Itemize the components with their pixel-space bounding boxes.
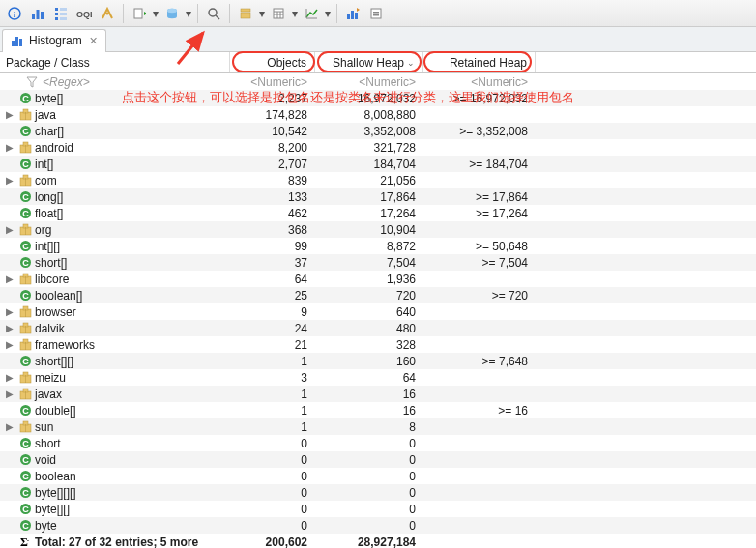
table-row[interactable]: ▶dalvik24480 (0, 320, 756, 336)
table-row[interactable]: ▶com83921,056 (0, 172, 756, 188)
tab-histogram[interactable]: Histogram ✕ (2, 29, 106, 52)
row-objects: 462 (230, 207, 315, 220)
info-icon[interactable]: i (4, 3, 25, 24)
svg-rect-9 (60, 13, 67, 15)
table-row[interactable]: ▶android8,200321,728 (0, 139, 756, 156)
groupby-icon[interactable] (235, 3, 256, 24)
table-row[interactable]: ▶org36810,904 (0, 221, 756, 238)
row-objects: 3 (230, 371, 315, 385)
table-body: Cbyte[]2,23716,972,032>= 16,972,032▶java… (0, 90, 756, 548)
oql-icon[interactable]: OQL (73, 3, 95, 24)
search-icon[interactable] (203, 3, 224, 24)
table-row[interactable]: Cbyte[]2,23716,972,032>= 16,972,032 (0, 90, 756, 106)
class-icon: C (18, 256, 32, 270)
expander-icon[interactable]: ▶ (4, 306, 15, 317)
calc-icon[interactable] (268, 3, 289, 24)
expander-icon[interactable]: ▶ (4, 323, 15, 333)
expander-icon[interactable]: ▶ (4, 339, 15, 350)
table-row[interactable]: Cchar[]10,5423,352,008>= 3,352,008 (0, 123, 756, 139)
svg-text:C: C (22, 357, 29, 366)
table-row[interactable]: Cshort[]377,504>= 7,504 (0, 254, 756, 271)
close-icon[interactable]: ✕ (89, 35, 98, 47)
row-shallow: 17,864 (315, 190, 423, 204)
expander-icon[interactable]: ▶ (4, 109, 15, 120)
table-row[interactable]: Cdouble[]116>= 16 (0, 402, 756, 418)
main-toolbar: i OQL ▾ ▾ ▾ ▾ ▾ (0, 0, 756, 27)
class-icon: C (18, 437, 32, 450)
expander-icon[interactable]: ▶ (4, 224, 15, 235)
run-dropdown[interactable]: ▾ (152, 7, 160, 20)
svg-rect-34 (373, 14, 379, 16)
svg-rect-7 (55, 17, 58, 20)
row-shallow: 184,704 (315, 158, 423, 171)
table-row[interactable]: Cint[][]998,872>= 50,648 (0, 238, 756, 254)
row-objects: 368 (230, 223, 315, 237)
table-row[interactable]: Cboolean[]25720>= 720 (0, 287, 756, 303)
threads-icon[interactable] (97, 3, 118, 24)
compare-icon[interactable] (365, 3, 387, 24)
total-row[interactable]: Σ.Total: 27 of 32 entries; 5 more200,602… (0, 534, 756, 548)
row-objects: 10,542 (230, 125, 315, 138)
query-dropdown[interactable]: ▾ (185, 7, 192, 20)
table-row[interactable]: ▶sun18 (0, 418, 756, 435)
table-row[interactable]: ▶meizu364 (0, 369, 756, 386)
regex-input[interactable]: <Regex> (43, 75, 90, 89)
col-shallow-heap[interactable]: Shallow Heap⌄ (315, 52, 423, 72)
table-header: Package / Class Objects Shallow Heap⌄ Re… (0, 52, 756, 73)
query-icon[interactable] (161, 3, 183, 24)
table-row[interactable]: ▶browser9640 (0, 303, 756, 320)
row-objects: 1 (230, 404, 315, 418)
filter-retained[interactable]: <Numeric> (423, 75, 536, 89)
chart-icon[interactable] (301, 3, 322, 24)
row-name: android (35, 141, 73, 155)
table-row[interactable]: Cbyte00 (0, 517, 756, 534)
chart-dropdown[interactable]: ▾ (324, 7, 332, 20)
table-row[interactable]: Cint[]2,707184,704>= 184,704 (0, 156, 756, 172)
filter-shallow[interactable]: <Numeric> (315, 75, 423, 89)
export-icon[interactable] (342, 3, 363, 24)
table-row[interactable]: ▶frameworks21328 (0, 336, 756, 353)
row-retained: >= 184,704 (423, 158, 536, 171)
table-row[interactable]: Clong[]13317,864>= 17,864 (0, 188, 756, 205)
calc-dropdown[interactable]: ▾ (291, 7, 299, 20)
row-retained: >= 720 (423, 289, 536, 303)
table-row[interactable]: Cbyte[][]00 (0, 501, 756, 517)
svg-rect-6 (55, 13, 58, 15)
expander-icon[interactable]: ▶ (4, 274, 15, 284)
filter-objects[interactable]: <Numeric> (230, 75, 315, 89)
class-icon: C (18, 404, 32, 418)
tree-icon[interactable] (50, 3, 72, 24)
package-icon (18, 420, 32, 434)
col-retained-heap[interactable]: Retained Heap (423, 52, 536, 72)
svg-marker-14 (144, 12, 146, 15)
table-row[interactable]: Cbyte[][][]00 (0, 484, 756, 501)
table-row[interactable]: Cfloat[]46217,264>= 17,264 (0, 205, 756, 221)
table-row[interactable]: ▶libcore641,936 (0, 271, 756, 287)
expander-icon[interactable]: ▶ (4, 372, 15, 383)
table-row[interactable]: ▶javax116 (0, 386, 756, 402)
svg-rect-28 (347, 14, 350, 19)
table-row[interactable]: Cboolean00 (0, 468, 756, 484)
expander-icon[interactable]: ▶ (4, 175, 15, 186)
table-row[interactable]: Cshort00 (0, 435, 756, 451)
row-name: org (35, 223, 51, 237)
groupby-dropdown[interactable]: ▾ (258, 7, 266, 20)
expander-icon[interactable]: ▶ (4, 421, 15, 432)
row-objects: 99 (230, 240, 315, 253)
row-name: java (35, 108, 56, 122)
expander-icon[interactable]: ▶ (4, 142, 15, 153)
row-shallow: 0 (315, 503, 423, 516)
table-row[interactable]: ▶java174,8288,008,880 (0, 106, 756, 123)
svg-rect-4 (41, 12, 44, 19)
col-objects[interactable]: Objects (230, 52, 315, 72)
table-row[interactable]: Cvoid00 (0, 451, 756, 468)
package-icon (18, 273, 32, 286)
run-icon[interactable] (129, 3, 150, 24)
histogram-icon[interactable] (27, 3, 48, 24)
col-package-class[interactable]: Package / Class (0, 52, 230, 72)
row-objects: 0 (230, 437, 315, 450)
svg-text:C: C (22, 192, 29, 202)
expander-icon[interactable]: ▶ (4, 389, 15, 399)
svg-text:C: C (22, 258, 29, 268)
table-row[interactable]: Cshort[][]1160>= 7,648 (0, 353, 756, 369)
